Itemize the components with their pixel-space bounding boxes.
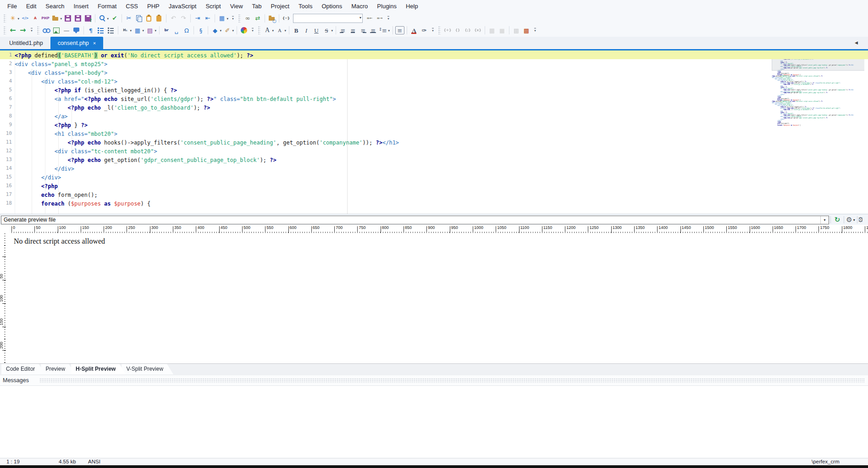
save-icon[interactable]: ▾ bbox=[63, 14, 72, 23]
menu-item[interactable]: Help bbox=[401, 0, 423, 12]
bold-icon[interactable]: B▾ bbox=[292, 26, 301, 35]
view-mode-tab[interactable]: V-Split Preview bbox=[122, 364, 173, 374]
menu-item[interactable]: File bbox=[3, 0, 22, 12]
redo-icon[interactable]: ↷▾ bbox=[179, 14, 188, 23]
view-mode-tab[interactable]: Code Editor bbox=[1, 364, 45, 374]
underline-icon[interactable]: U▾ bbox=[312, 26, 321, 35]
new-php-document-icon[interactable]: PHP▾ bbox=[41, 14, 50, 23]
code-editor[interactable]: 1<?php defined('BASEPATH') or exit('No d… bbox=[0, 50, 868, 214]
find-next-icon[interactable]: ∞→▾ bbox=[375, 14, 384, 23]
line-spacing-icon[interactable]: ≡▾ bbox=[379, 26, 388, 35]
preview-action-combobox[interactable]: Generate preview file ▾ bbox=[1, 216, 829, 224]
clipboard-icon[interactable]: ▾ bbox=[155, 14, 164, 23]
undo-icon[interactable]: ↶▾ bbox=[169, 14, 178, 23]
layout-panels-icon[interactable]: ▦▾ bbox=[217, 14, 227, 23]
insert-link-icon[interactable]: ▾ bbox=[42, 26, 51, 35]
font-color-icon[interactable]: A▾ bbox=[409, 26, 419, 35]
paragraph-icon[interactable]: ¶▾ bbox=[86, 26, 95, 35]
search-combobox[interactable]: ▾ bbox=[293, 14, 363, 23]
menu-item[interactable]: Macro bbox=[347, 0, 372, 12]
tab-scroll-left-icon[interactable]: ◀ bbox=[855, 40, 858, 45]
toolbar-overflow-icon[interactable]: ▾▾ bbox=[386, 14, 391, 22]
paste-icon[interactable]: ▾ bbox=[144, 14, 154, 23]
color-picker-icon[interactable]: ▾ bbox=[239, 26, 249, 35]
menu-item[interactable]: Search bbox=[41, 0, 69, 12]
html-validator-icon[interactable]: ▩▾ bbox=[522, 26, 531, 35]
navigate-back-icon[interactable]: ←▾ bbox=[8, 26, 17, 35]
regex-icon[interactable]: {··}▾ bbox=[282, 14, 291, 23]
chevron-down-icon[interactable]: ▾ bbox=[820, 216, 829, 224]
chevron-down-icon[interactable]: ▾ bbox=[359, 16, 361, 20]
view-mode-tab[interactable]: Preview bbox=[41, 364, 75, 374]
menu-item[interactable]: Format bbox=[93, 0, 121, 12]
cut-icon[interactable]: ✂▾ bbox=[124, 14, 133, 23]
find-previous-icon[interactable]: ∞←▾ bbox=[365, 14, 374, 23]
menu-item[interactable]: Tab bbox=[248, 0, 266, 12]
heading-icon[interactable]: H₁▾ bbox=[121, 26, 130, 35]
toolbar-overflow-icon[interactable]: ▾▾ bbox=[430, 26, 436, 34]
justify-icon[interactable]: ≡▾ bbox=[369, 26, 378, 35]
menu-item[interactable]: Project bbox=[266, 0, 294, 12]
quick-search-icon[interactable]: ▾ bbox=[98, 14, 107, 23]
navigate-forward-icon[interactable]: →▾ bbox=[18, 26, 28, 35]
cell-tools-icon[interactable]: ■▾ bbox=[498, 26, 507, 35]
close-tab-icon[interactable]: × bbox=[93, 40, 96, 46]
copy-icon[interactable]: ▾ bbox=[134, 14, 144, 23]
find-in-files-icon[interactable]: ○▾ bbox=[267, 14, 276, 23]
view-mode-tab[interactable]: H-Split Preview bbox=[71, 364, 126, 374]
new-css-document-icon[interactable]: A▾ bbox=[31, 14, 40, 23]
save-upload-icon[interactable]: ↑▾ bbox=[83, 14, 93, 23]
align-center-icon[interactable]: ≡▾ bbox=[348, 26, 358, 35]
open-file-icon[interactable]: ▾ bbox=[51, 14, 60, 23]
insert-table-icon[interactable]: ▦▾ bbox=[133, 26, 142, 35]
format-brush-icon[interactable]: ✐▾ bbox=[223, 26, 232, 35]
css-braces-icon[interactable]: {}▾ bbox=[453, 26, 462, 35]
preview-settings-icon[interactable]: ⚙▾ bbox=[846, 215, 856, 224]
new-document-icon[interactable]: ✳▾ bbox=[8, 14, 17, 23]
menu-item[interactable]: Tools bbox=[294, 0, 317, 12]
insert-form-icon[interactable]: ▤▾ bbox=[145, 26, 155, 35]
insert-script-icon[interactable]: §▾ bbox=[196, 26, 205, 35]
toolbar-overflow-icon[interactable]: ▾▾ bbox=[29, 26, 34, 34]
document-tab[interactable]: Untitled1.php bbox=[2, 37, 50, 49]
align-left-icon[interactable]: ≡▾ bbox=[338, 26, 348, 35]
outdent-icon[interactable]: ⇤▾ bbox=[203, 14, 212, 23]
strikethrough-icon[interactable]: S▾ bbox=[322, 26, 331, 35]
indent-icon[interactable]: ⇥▾ bbox=[193, 14, 202, 23]
css-brace-remove-icon[interactable]: {x}▾ bbox=[473, 26, 482, 35]
horizontal-rule-icon[interactable]: —▾ bbox=[62, 26, 71, 35]
insert-comment-icon[interactable]: ▾ bbox=[72, 26, 81, 35]
insert-image-icon[interactable]: ▾ bbox=[52, 26, 61, 35]
menu-item[interactable]: Insert bbox=[69, 0, 94, 12]
insert-tag-icon[interactable]: ◆▾ bbox=[210, 26, 220, 35]
paragraph-format-icon[interactable]: ≡▾ bbox=[395, 26, 404, 34]
css-brace-semicolon-icon[interactable]: {;}▾ bbox=[463, 26, 472, 35]
menu-item[interactable]: PHP bbox=[143, 0, 164, 12]
menu-item[interactable]: JavaScript bbox=[164, 0, 201, 12]
toolbar-overflow-icon[interactable]: ▾▾ bbox=[532, 26, 538, 34]
menu-item[interactable]: Edit bbox=[22, 0, 41, 12]
menu-item[interactable]: Options bbox=[317, 0, 347, 12]
validate-icon[interactable]: ▩▾ bbox=[512, 26, 521, 35]
css-insert-brace-icon[interactable]: {+}▾ bbox=[443, 26, 452, 35]
document-tab[interactable]: consent.php× bbox=[50, 37, 104, 49]
align-right-icon[interactable]: ≡▾ bbox=[359, 26, 368, 35]
numbered-list-icon[interactable]: ▾ bbox=[106, 26, 116, 35]
nbsp-icon[interactable]: ␣▾ bbox=[172, 26, 181, 35]
table-tools-icon[interactable]: ▦▾ bbox=[487, 26, 497, 35]
menu-item[interactable]: View bbox=[226, 0, 248, 12]
font-size-icon[interactable]: A▾ bbox=[275, 26, 284, 35]
menu-item[interactable]: CSS bbox=[121, 0, 143, 12]
spell-check-icon[interactable]: ✔▾ bbox=[110, 14, 119, 23]
special-character-icon[interactable]: Ω▾ bbox=[182, 26, 191, 35]
replace-icon[interactable]: ⇄▾ bbox=[253, 14, 262, 23]
find-icon[interactable]: ∞▾ bbox=[243, 14, 252, 23]
save-all-icon[interactable]: ▾ bbox=[73, 14, 83, 23]
highlight-fill-icon[interactable]: ✑▾ bbox=[420, 26, 429, 35]
refresh-preview-icon[interactable]: ↻ bbox=[832, 215, 842, 224]
menu-item[interactable]: Plugins bbox=[372, 0, 401, 12]
toolbar-overflow-icon[interactable]: ▾▾ bbox=[230, 14, 236, 22]
font-icon[interactable]: A▾ bbox=[263, 26, 272, 35]
messages-splitter-grip[interactable] bbox=[40, 379, 864, 383]
menu-item[interactable]: Script bbox=[201, 0, 225, 12]
